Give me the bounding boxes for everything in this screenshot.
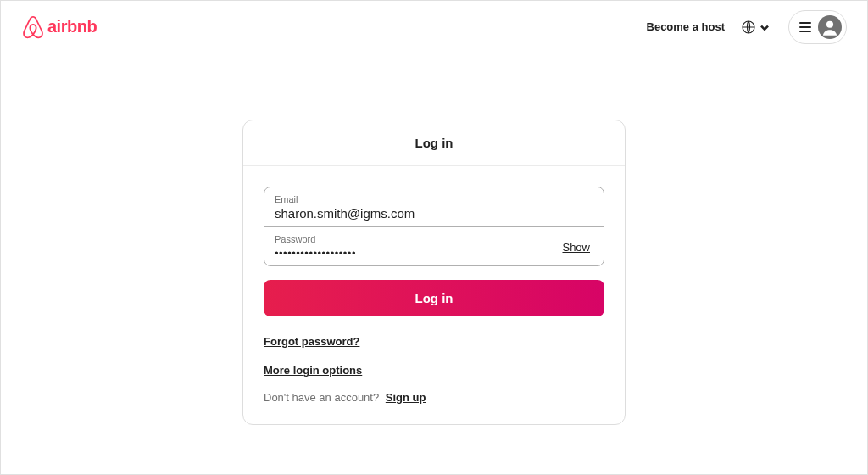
signup-link[interactable]: Sign up xyxy=(386,391,426,404)
become-host-link[interactable]: Become a host xyxy=(647,20,725,33)
user-icon xyxy=(819,16,841,38)
hamburger-icon xyxy=(799,22,811,32)
card-body: Email Password ••••••••••••••••••• Show … xyxy=(243,166,625,424)
signup-prompt: Don't have an account? xyxy=(264,391,379,404)
email-field[interactable] xyxy=(275,206,593,221)
language-button[interactable] xyxy=(737,15,776,39)
card-title: Log in xyxy=(243,120,625,166)
brand-logo[interactable]: airbnb xyxy=(21,14,97,40)
show-password-link[interactable]: Show xyxy=(562,241,593,254)
brand-name: airbnb xyxy=(47,17,97,36)
header-actions: Become a host xyxy=(647,10,847,44)
main-content: Log in Email Password ••••••••••••••••••… xyxy=(1,53,867,425)
login-card: Log in Email Password ••••••••••••••••••… xyxy=(242,120,626,425)
email-label: Email xyxy=(275,194,593,204)
profile-menu-button[interactable] xyxy=(788,10,847,44)
credentials-group: Email Password ••••••••••••••••••• Show xyxy=(264,187,604,266)
email-row[interactable]: Email xyxy=(264,187,604,227)
chevron-down-icon xyxy=(758,20,771,34)
password-label: Password xyxy=(275,234,562,244)
svg-point-2 xyxy=(826,20,833,27)
forgot-password-link[interactable]: Forgot password? xyxy=(264,335,359,348)
login-button[interactable]: Log in xyxy=(264,280,604,316)
avatar xyxy=(818,15,842,39)
globe-icon xyxy=(742,20,755,34)
more-login-options-link[interactable]: More login options xyxy=(264,364,362,377)
signup-row: Don't have an account? Sign up xyxy=(264,391,604,404)
password-field[interactable]: ••••••••••••••••••• xyxy=(275,246,562,260)
airbnb-logo-icon xyxy=(21,14,45,40)
app-header: airbnb Become a host xyxy=(1,1,867,53)
password-row[interactable]: Password ••••••••••••••••••• Show xyxy=(264,227,604,265)
